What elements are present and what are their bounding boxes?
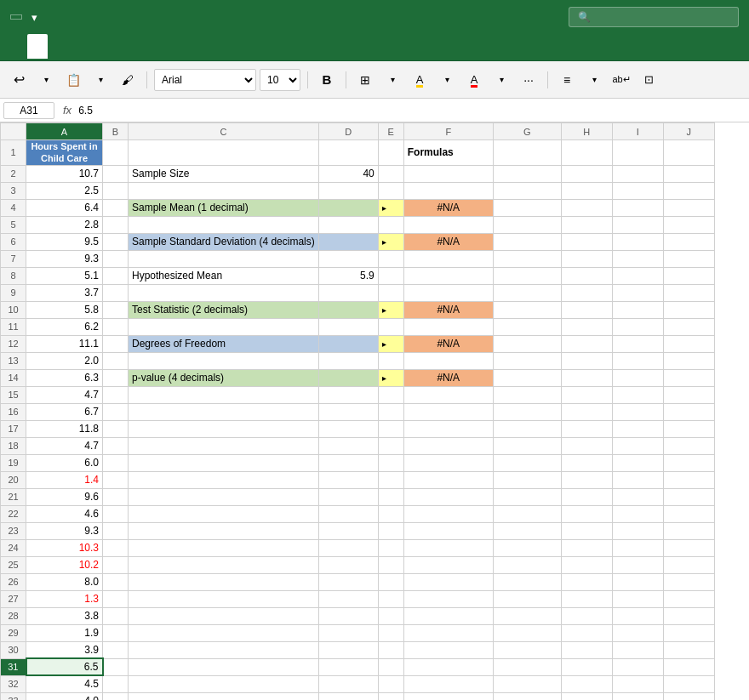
cell-i31[interactable]: [612, 658, 663, 675]
cell-j4[interactable]: [663, 199, 714, 216]
cell-b26[interactable]: [103, 573, 129, 590]
cell-e5[interactable]: [378, 216, 403, 233]
cell-d21[interactable]: [318, 488, 378, 505]
cell-b33[interactable]: [103, 692, 129, 700]
cell-d32[interactable]: [318, 675, 378, 692]
cell-h27[interactable]: [561, 590, 612, 607]
cell-e15[interactable]: [378, 386, 403, 403]
cell-f29[interactable]: [403, 624, 493, 641]
cell-a13[interactable]: 2.0: [26, 352, 103, 369]
cell-i12[interactable]: [612, 335, 663, 352]
cell-e10[interactable]: ▸: [378, 301, 403, 318]
cell-c32[interactable]: [129, 675, 319, 692]
cell-a31[interactable]: 6.5: [26, 658, 103, 675]
cell-j23[interactable]: [663, 522, 714, 539]
cell-b18[interactable]: [103, 437, 129, 454]
cell-f30[interactable]: [403, 641, 493, 658]
cell-c6[interactable]: Sample Standard Deviation (4 decimals): [129, 233, 319, 250]
cell-e29[interactable]: [378, 624, 403, 641]
cell-b23[interactable]: [103, 522, 129, 539]
cell-g33[interactable]: [493, 692, 561, 700]
cell-e13[interactable]: [378, 352, 403, 369]
cell-a23[interactable]: 9.3: [26, 522, 103, 539]
cell-c26[interactable]: [129, 573, 319, 590]
cell-g23[interactable]: [493, 522, 561, 539]
cell-j26[interactable]: [663, 573, 714, 590]
cell-f25[interactable]: [403, 556, 493, 573]
cell-c33[interactable]: [129, 692, 319, 700]
more-button[interactable]: ···: [517, 68, 540, 92]
borders-button[interactable]: ⊞: [353, 68, 377, 92]
cell-a29[interactable]: 1.9: [26, 624, 103, 641]
cell-f26[interactable]: [403, 573, 493, 590]
cell-h26[interactable]: [561, 573, 612, 590]
cell-i29[interactable]: [612, 624, 663, 641]
cell-b20[interactable]: [103, 471, 129, 488]
cell-g5[interactable]: [493, 216, 561, 233]
cell-a25[interactable]: 10.2: [26, 556, 103, 573]
align-chevron[interactable]: ▾: [582, 68, 606, 92]
cell-a5[interactable]: 2.8: [26, 216, 103, 233]
cell-d1[interactable]: [318, 140, 378, 166]
undo-button[interactable]: ↩: [7, 68, 31, 92]
bold-button[interactable]: B: [315, 68, 339, 92]
cell-c29[interactable]: [129, 624, 319, 641]
cell-a32[interactable]: 4.5: [26, 675, 103, 692]
cell-d33[interactable]: [318, 692, 378, 700]
cell-f20[interactable]: [403, 471, 493, 488]
save-chevron[interactable]: ▾: [31, 11, 37, 24]
cell-j3[interactable]: [663, 182, 714, 199]
cell-a20[interactable]: 1.4: [26, 471, 103, 488]
cell-b19[interactable]: [103, 454, 129, 471]
cell-d5[interactable]: [318, 216, 378, 233]
cell-d2[interactable]: 40: [318, 165, 378, 182]
cell-g16[interactable]: [493, 403, 561, 420]
search-bar[interactable]: 🔍: [569, 7, 739, 27]
cell-d16[interactable]: [318, 403, 378, 420]
cell-d30[interactable]: [318, 641, 378, 658]
cell-g18[interactable]: [493, 437, 561, 454]
cell-h10[interactable]: [561, 301, 612, 318]
cell-b5[interactable]: [103, 216, 129, 233]
cell-c1[interactable]: [129, 140, 319, 166]
cell-f18[interactable]: [403, 437, 493, 454]
cell-e18[interactable]: [378, 437, 403, 454]
cell-d25[interactable]: [318, 556, 378, 573]
cell-a33[interactable]: 4.0: [26, 692, 103, 700]
cell-c16[interactable]: [129, 403, 319, 420]
cell-a17[interactable]: 11.8: [26, 420, 103, 437]
cell-b17[interactable]: [103, 420, 129, 437]
cell-i17[interactable]: [612, 420, 663, 437]
cell-f8[interactable]: [403, 267, 493, 284]
cell-h5[interactable]: [561, 216, 612, 233]
menu-file[interactable]: [7, 34, 27, 60]
cell-j21[interactable]: [663, 488, 714, 505]
cell-d17[interactable]: [318, 420, 378, 437]
cell-h9[interactable]: [561, 284, 612, 301]
cell-i9[interactable]: [612, 284, 663, 301]
cell-h32[interactable]: [561, 675, 612, 692]
cell-i13[interactable]: [612, 352, 663, 369]
cell-c21[interactable]: [129, 488, 319, 505]
cell-i24[interactable]: [612, 539, 663, 556]
cell-b32[interactable]: [103, 675, 129, 692]
cell-a6[interactable]: 9.5: [26, 233, 103, 250]
cell-h17[interactable]: [561, 420, 612, 437]
cell-j22[interactable]: [663, 505, 714, 522]
cell-f5[interactable]: [403, 216, 493, 233]
cell-j30[interactable]: [663, 641, 714, 658]
cell-g17[interactable]: [493, 420, 561, 437]
font-color-chevron[interactable]: ▾: [489, 68, 513, 92]
cell-f7[interactable]: [403, 250, 493, 267]
cell-i14[interactable]: [612, 369, 663, 386]
cell-j15[interactable]: [663, 386, 714, 403]
cell-i25[interactable]: [612, 556, 663, 573]
cell-b13[interactable]: [103, 352, 129, 369]
cell-b29[interactable]: [103, 624, 129, 641]
cell-h11[interactable]: [561, 318, 612, 335]
cell-d14[interactable]: [318, 369, 378, 386]
menu-data[interactable]: [129, 34, 150, 60]
cell-b4[interactable]: [103, 199, 129, 216]
cell-h1[interactable]: [561, 140, 612, 166]
cell-c14[interactable]: p-value (4 decimals): [129, 369, 319, 386]
